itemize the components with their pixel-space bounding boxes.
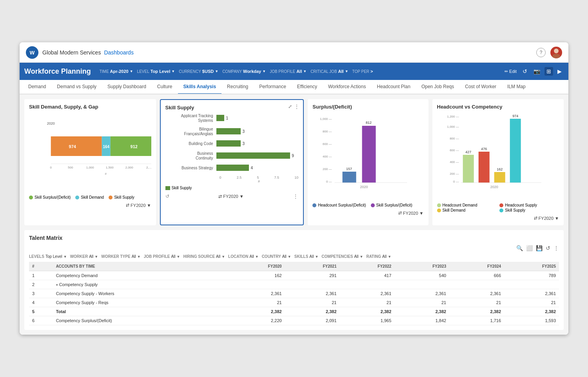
- col-fy2021: FY2021: [285, 262, 340, 271]
- filter-skills[interactable]: SKILLS All ▼: [294, 254, 319, 259]
- tab-performance[interactable]: Performance: [254, 80, 292, 94]
- org-name: Global Modern Services: [42, 49, 101, 56]
- filter-top-per[interactable]: TOP PER >: [352, 69, 373, 74]
- grid-view-button[interactable]: ⊞: [544, 67, 553, 76]
- skill-row-2: BilingueFrançais/Anglais 3: [165, 127, 299, 136]
- chart-headcount-competency: Headcount vs Competency 1,200 — 1,000 — …: [432, 99, 564, 225]
- legend-color-hc-surplus: [312, 203, 316, 207]
- chart2-refresh[interactable]: ↺: [165, 194, 169, 199]
- filter-company[interactable]: COMPANY Workday ▼: [222, 69, 266, 74]
- refresh-button[interactable]: ↺: [521, 67, 529, 76]
- svg-rect-25: [362, 126, 376, 183]
- tab-demand[interactable]: Demand: [23, 80, 51, 94]
- header-title: Workforce Planning: [24, 67, 91, 76]
- tab-efficiency[interactable]: Efficiency: [292, 80, 323, 94]
- svg-text:500: 500: [68, 166, 73, 169]
- chart2-title: Skill Supply: [165, 105, 299, 111]
- svg-text:476: 476: [481, 147, 487, 151]
- legend-skill-surplus2: Skill Surplus/(Deficit): [371, 203, 412, 207]
- chart4-footer: ⇄ FY2020 ▼: [437, 216, 559, 221]
- svg-text:974: 974: [69, 144, 76, 149]
- filter-critical-job[interactable]: CRITICAL JOB All ▼: [310, 69, 348, 74]
- chart2-icons: ⤢ ⋮: [288, 104, 299, 109]
- tab-supply-dashboard[interactable]: Supply Dashboard: [102, 80, 152, 94]
- filter-worker-type[interactable]: WORKER TYPE All ▼: [101, 254, 141, 259]
- tab-recruiting[interactable]: Recruiting: [221, 80, 254, 94]
- legend-hc-demand: Headcount Demand: [437, 203, 497, 207]
- chart3-legend: Headcount Surplus/(Deficit) Skill Surplu…: [312, 203, 423, 207]
- chart1-fy-selector[interactable]: ⇄ FY2020 ▼: [126, 203, 151, 208]
- svg-text:2,000: 2,000: [125, 166, 134, 169]
- col-fy2023: FY2023: [394, 262, 449, 271]
- svg-text:200 —: 200 —: [450, 172, 459, 176]
- edit-button[interactable]: ✏ Edit: [503, 68, 518, 75]
- tab-open-job-reqs[interactable]: Open Job Reqs: [416, 80, 459, 94]
- chart2-x-label: #: [165, 179, 299, 183]
- refresh-icon[interactable]: ↺: [546, 245, 550, 251]
- filter-competencies[interactable]: COMPETENCIES All ▼: [321, 254, 363, 259]
- svg-text:974: 974: [512, 114, 518, 118]
- tab-skills-analysis[interactable]: Skills Analysis: [178, 80, 222, 94]
- legend-color-skill-surplus: [371, 203, 375, 207]
- expand-icon[interactable]: ⤢: [288, 104, 292, 109]
- dashboards-link[interactable]: Dashboards: [104, 49, 134, 56]
- tab-cost-of-worker[interactable]: Cost of Worker: [459, 80, 502, 94]
- more-icon[interactable]: ⋮: [554, 245, 559, 251]
- filter-rating[interactable]: RATING All ▼: [366, 254, 391, 259]
- svg-text:#: #: [105, 172, 107, 176]
- screenshot-button[interactable]: 📷: [532, 67, 542, 76]
- filter-level[interactable]: LEVEL Top Level ▼: [137, 69, 175, 74]
- filter-currency[interactable]: CURRENCY $USD ▼: [179, 69, 218, 74]
- tab-culture[interactable]: Culture: [152, 80, 178, 94]
- help-icon[interactable]: ?: [536, 48, 546, 57]
- filter-levels[interactable]: LEVELS Top Level ▼: [29, 254, 67, 259]
- legend-skill-supply: Skill Supply: [109, 195, 134, 199]
- more-icon[interactable]: ⋮: [294, 104, 299, 109]
- nav-tabs: Demand Demand vs Supply Supply Dashboard…: [20, 80, 568, 94]
- filter-job-profile-table[interactable]: JOB PROFILE All ▼: [144, 254, 180, 259]
- table-row-total: 5 Total 2,382 2,382 2,382 2,382 2,382 2,…: [29, 307, 559, 316]
- svg-text:2,...: 2,...: [146, 166, 151, 169]
- legend-color-hc-demand: [437, 203, 441, 207]
- col-num: #: [29, 262, 53, 271]
- tab-ilm-map[interactable]: ILM Map: [502, 80, 531, 94]
- chart2-fy-selector[interactable]: ⇄ FY2020 ▼: [218, 194, 243, 199]
- col-fy2022: FY2022: [340, 262, 395, 271]
- legend-color-sk-demand: [437, 208, 441, 212]
- skill-row-1: Applicant TrackingSystems 1: [165, 114, 299, 123]
- svg-text:800 —: 800 —: [323, 130, 332, 133]
- tab-workforce-actions[interactable]: Workforce Actions: [323, 80, 371, 94]
- table-row: 2 ▾Competency Supply: [29, 280, 559, 289]
- tab-demand-vs-supply[interactable]: Demand vs Supply: [51, 80, 102, 94]
- svg-text:1,000: 1,000: [86, 166, 94, 169]
- filter-worker[interactable]: WORKER All ▼: [70, 254, 98, 259]
- skill-row-5: Business Strategy 4: [165, 165, 299, 172]
- legend-hc-surplus: Headcount Surplus/(Deficit): [312, 203, 366, 207]
- table-row: 6 Competency Surplus/(Deficit) 2,220 2,0…: [29, 316, 559, 325]
- export-icon[interactable]: ⬜: [526, 245, 533, 251]
- chart4-fy-selector[interactable]: ⇄ FY2020 ▼: [534, 216, 559, 221]
- chart2-x-axis: 02.557.510: [165, 176, 299, 179]
- save-icon[interactable]: 💾: [536, 245, 543, 251]
- filter-hiring-source[interactable]: HIRING SOURCE All ▼: [183, 254, 225, 259]
- svg-text:1,000 —: 1,000 —: [447, 125, 459, 129]
- svg-rect-23: [343, 172, 356, 183]
- tab-headcount-plan[interactable]: Headcount Plan: [371, 80, 416, 94]
- chart3-fy-selector[interactable]: ⇄ FY2020 ▼: [398, 210, 423, 216]
- chart1-svg: 2020 974 164 912 0 500: [29, 113, 151, 191]
- legend-skill-surplus: Skill Surplus/(Deficit): [29, 195, 71, 199]
- chart4-svg: 1,200 — 1,000 — 800 — 600 — 400 — 200 — …: [437, 113, 559, 199]
- legend-color-demand: [75, 196, 79, 199]
- col-fy2020: FY2020: [230, 262, 285, 271]
- filter-location[interactable]: LOCATION All ▼: [228, 254, 259, 259]
- filter-job-profile[interactable]: JOB PROFILE All ▼: [270, 69, 307, 74]
- svg-text:1,200 —: 1,200 —: [447, 115, 459, 118]
- filter-time[interactable]: TIME Apr-2020 ▼: [100, 69, 133, 74]
- svg-text:0 —: 0 —: [326, 180, 332, 183]
- search-icon[interactable]: 🔍: [516, 245, 523, 251]
- chart2-more[interactable]: ⋮: [293, 193, 298, 199]
- skill-row-3: Building Code 3: [165, 140, 299, 147]
- col-fy2024: FY2024: [449, 262, 504, 271]
- video-button[interactable]: ▶: [555, 67, 564, 76]
- filter-country[interactable]: COUNTRY All ▼: [262, 254, 291, 259]
